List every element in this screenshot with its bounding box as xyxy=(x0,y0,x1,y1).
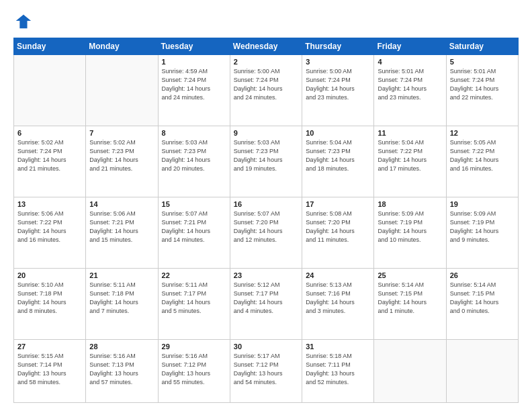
day-info: Sunrise: 5:03 AMSunset: 7:23 PMDaylight:… xyxy=(162,138,226,173)
weekday-monday: Monday xyxy=(86,38,158,55)
header xyxy=(13,12,519,31)
day-number: 13 xyxy=(17,200,82,208)
calendar-cell xyxy=(86,55,158,126)
day-info: Sunrise: 5:01 AMSunset: 7:24 PMDaylight:… xyxy=(378,67,442,102)
calendar-cell: 22Sunrise: 5:11 AMSunset: 7:17 PMDayligh… xyxy=(158,269,230,340)
calendar-cell: 27Sunrise: 5:15 AMSunset: 7:14 PMDayligh… xyxy=(14,340,86,403)
calendar-cell: 31Sunrise: 5:18 AMSunset: 7:11 PMDayligh… xyxy=(302,340,374,403)
day-info: Sunrise: 5:01 AMSunset: 7:24 PMDaylight:… xyxy=(450,67,515,102)
day-number: 4 xyxy=(378,58,442,66)
week-row-2: 6Sunrise: 5:02 AMSunset: 7:24 PMDaylight… xyxy=(14,126,519,197)
calendar-cell: 5Sunrise: 5:01 AMSunset: 7:24 PMDaylight… xyxy=(446,55,518,126)
calendar-cell: 3Sunrise: 5:00 AMSunset: 7:24 PMDaylight… xyxy=(302,55,374,126)
day-number: 16 xyxy=(234,200,298,208)
day-info: Sunrise: 5:05 AMSunset: 7:22 PMDaylight:… xyxy=(450,138,515,173)
day-number: 18 xyxy=(378,200,442,208)
day-number: 9 xyxy=(234,129,298,137)
day-number: 12 xyxy=(450,129,515,137)
day-info: Sunrise: 5:02 AMSunset: 7:23 PMDaylight:… xyxy=(89,138,154,173)
day-info: Sunrise: 4:59 AMSunset: 7:24 PMDaylight:… xyxy=(162,67,226,102)
day-info: Sunrise: 5:06 AMSunset: 7:22 PMDaylight:… xyxy=(17,210,82,244)
day-number: 30 xyxy=(234,342,298,351)
calendar-cell: 19Sunrise: 5:09 AMSunset: 7:19 PMDayligh… xyxy=(446,197,518,269)
day-number: 17 xyxy=(306,200,370,208)
weekday-thursday: Thursday xyxy=(302,38,374,55)
weekday-friday: Friday xyxy=(374,38,446,55)
day-info: Sunrise: 5:11 AMSunset: 7:17 PMDaylight:… xyxy=(162,281,226,316)
calendar-cell: 24Sunrise: 5:13 AMSunset: 7:16 PMDayligh… xyxy=(302,269,374,340)
week-row-1: 1Sunrise: 4:59 AMSunset: 7:24 PMDaylight… xyxy=(14,55,519,126)
day-number: 23 xyxy=(234,271,298,279)
day-info: Sunrise: 5:07 AMSunset: 7:21 PMDaylight:… xyxy=(162,210,226,244)
calendar-cell: 29Sunrise: 5:16 AMSunset: 7:12 PMDayligh… xyxy=(158,340,230,403)
day-number: 5 xyxy=(450,58,515,66)
calendar-cell: 12Sunrise: 5:05 AMSunset: 7:22 PMDayligh… xyxy=(446,126,518,197)
day-number: 8 xyxy=(162,129,226,137)
day-info: Sunrise: 5:10 AMSunset: 7:18 PMDaylight:… xyxy=(17,281,82,316)
calendar-cell: 26Sunrise: 5:14 AMSunset: 7:15 PMDayligh… xyxy=(446,269,518,340)
week-row-3: 13Sunrise: 5:06 AMSunset: 7:22 PMDayligh… xyxy=(14,197,519,269)
week-row-5: 27Sunrise: 5:15 AMSunset: 7:14 PMDayligh… xyxy=(14,340,519,403)
day-number: 22 xyxy=(162,271,226,279)
calendar-cell: 7Sunrise: 5:02 AMSunset: 7:23 PMDaylight… xyxy=(86,126,158,197)
logo xyxy=(13,12,35,31)
calendar-cell: 6Sunrise: 5:02 AMSunset: 7:24 PMDaylight… xyxy=(14,126,86,197)
day-number: 3 xyxy=(306,58,370,66)
calendar-cell: 8Sunrise: 5:03 AMSunset: 7:23 PMDaylight… xyxy=(158,126,230,197)
calendar-cell: 25Sunrise: 5:14 AMSunset: 7:15 PMDayligh… xyxy=(374,269,446,340)
day-number: 15 xyxy=(162,200,226,208)
day-info: Sunrise: 5:04 AMSunset: 7:23 PMDaylight:… xyxy=(306,138,370,173)
day-number: 19 xyxy=(450,200,515,208)
weekday-header-row: SundayMondayTuesdayWednesdayThursdayFrid… xyxy=(14,38,519,55)
day-number: 11 xyxy=(378,129,442,137)
day-number: 29 xyxy=(162,342,226,351)
day-info: Sunrise: 5:06 AMSunset: 7:21 PMDaylight:… xyxy=(89,210,154,244)
day-info: Sunrise: 5:12 AMSunset: 7:17 PMDaylight:… xyxy=(234,281,298,316)
day-info: Sunrise: 5:04 AMSunset: 7:22 PMDaylight:… xyxy=(378,138,442,173)
calendar-cell: 28Sunrise: 5:16 AMSunset: 7:13 PMDayligh… xyxy=(86,340,158,403)
day-info: Sunrise: 5:08 AMSunset: 7:20 PMDaylight:… xyxy=(306,210,370,244)
day-number: 10 xyxy=(306,129,370,137)
day-info: Sunrise: 5:17 AMSunset: 7:12 PMDaylight:… xyxy=(234,352,298,387)
day-info: Sunrise: 5:00 AMSunset: 7:24 PMDaylight:… xyxy=(306,67,370,102)
calendar-cell: 11Sunrise: 5:04 AMSunset: 7:22 PMDayligh… xyxy=(374,126,446,197)
weekday-saturday: Saturday xyxy=(446,38,518,55)
calendar-cell: 2Sunrise: 5:00 AMSunset: 7:24 PMDaylight… xyxy=(230,55,302,126)
weekday-wednesday: Wednesday xyxy=(230,38,302,55)
week-row-4: 20Sunrise: 5:10 AMSunset: 7:18 PMDayligh… xyxy=(14,269,519,340)
calendar-cell: 21Sunrise: 5:11 AMSunset: 7:18 PMDayligh… xyxy=(86,269,158,340)
calendar-cell: 9Sunrise: 5:03 AMSunset: 7:23 PMDaylight… xyxy=(230,126,302,197)
day-number: 7 xyxy=(89,129,154,137)
day-number: 31 xyxy=(306,342,370,351)
day-info: Sunrise: 5:00 AMSunset: 7:24 PMDaylight:… xyxy=(234,67,298,102)
day-number: 28 xyxy=(89,342,154,351)
day-info: Sunrise: 5:11 AMSunset: 7:18 PMDaylight:… xyxy=(89,281,154,316)
day-number: 2 xyxy=(234,58,298,66)
calendar-cell: 30Sunrise: 5:17 AMSunset: 7:12 PMDayligh… xyxy=(230,340,302,403)
day-info: Sunrise: 5:13 AMSunset: 7:16 PMDaylight:… xyxy=(306,281,370,316)
calendar-cell: 4Sunrise: 5:01 AMSunset: 7:24 PMDaylight… xyxy=(374,55,446,126)
day-info: Sunrise: 5:15 AMSunset: 7:14 PMDaylight:… xyxy=(17,352,82,387)
calendar-cell xyxy=(374,340,446,403)
day-info: Sunrise: 5:18 AMSunset: 7:11 PMDaylight:… xyxy=(306,352,370,387)
weekday-sunday: Sunday xyxy=(14,38,86,55)
day-info: Sunrise: 5:16 AMSunset: 7:12 PMDaylight:… xyxy=(162,352,226,387)
day-number: 26 xyxy=(450,271,515,279)
svg-marker-0 xyxy=(16,15,31,29)
day-info: Sunrise: 5:09 AMSunset: 7:19 PMDaylight:… xyxy=(450,210,515,244)
calendar-cell: 17Sunrise: 5:08 AMSunset: 7:20 PMDayligh… xyxy=(302,197,374,269)
day-number: 1 xyxy=(162,58,226,66)
day-info: Sunrise: 5:14 AMSunset: 7:15 PMDaylight:… xyxy=(378,281,442,316)
calendar-cell: 10Sunrise: 5:04 AMSunset: 7:23 PMDayligh… xyxy=(302,126,374,197)
calendar-cell xyxy=(14,55,86,126)
day-info: Sunrise: 5:07 AMSunset: 7:20 PMDaylight:… xyxy=(234,210,298,244)
day-number: 6 xyxy=(17,129,82,137)
calendar-cell: 14Sunrise: 5:06 AMSunset: 7:21 PMDayligh… xyxy=(86,197,158,269)
calendar-cell: 23Sunrise: 5:12 AMSunset: 7:17 PMDayligh… xyxy=(230,269,302,340)
day-number: 21 xyxy=(89,271,154,279)
calendar-table: SundayMondayTuesdayWednesdayThursdayFrid… xyxy=(13,38,519,403)
day-number: 27 xyxy=(17,342,82,351)
day-number: 24 xyxy=(306,271,370,279)
calendar-cell xyxy=(446,340,518,403)
calendar-cell: 20Sunrise: 5:10 AMSunset: 7:18 PMDayligh… xyxy=(14,269,86,340)
